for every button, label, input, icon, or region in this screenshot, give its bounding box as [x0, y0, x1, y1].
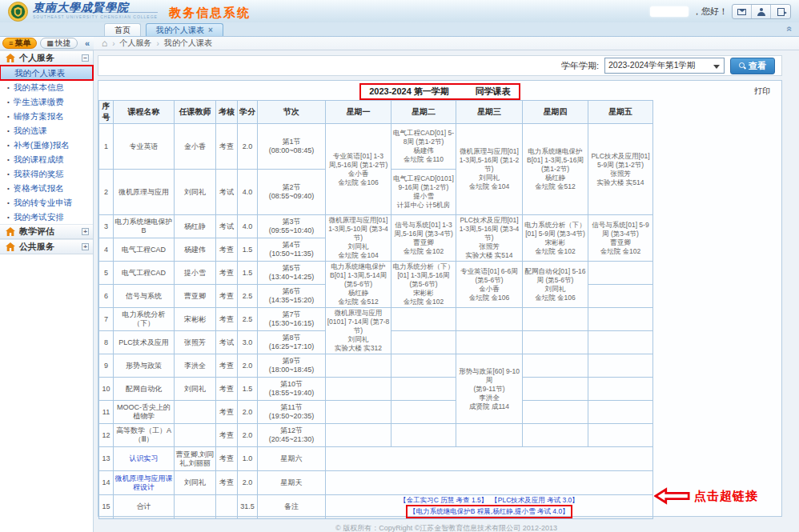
home-icon[interactable]: ⌂ [102, 38, 107, 49]
greeting-text: ，您好！ [693, 6, 728, 18]
schedule-cell [391, 354, 456, 378]
mail-icon [737, 9, 746, 15]
schedule-cell: 信号与系统[01] 5-9周 (第3-4节) 曹亚卿 金坛院 金102 [588, 215, 653, 262]
schedule-cell: 考查 [216, 124, 238, 170]
schedule-cell: 备注 [258, 495, 326, 519]
annotation-hint: 点击超链接 [694, 489, 758, 504]
schedule-row: 1专业英语金小香考查2.0第1节 (08:00~08:45)专业英语[01] 1… [99, 124, 653, 170]
user-button[interactable] [752, 5, 771, 18]
schedule-cell: 考查 [216, 378, 238, 401]
sidebar-item[interactable]: •我的转专业申请 [0, 195, 93, 210]
schedule-cell [588, 424, 653, 447]
sidebar-section-evaluation[interactable]: 教学评估 + [0, 224, 93, 239]
schedule-cell: 刘同礼 [175, 378, 216, 401]
schedule-cell: 专业英语[01] 1-3周,5-16周 (第1-2节) 金小香 金坛院 金106 [326, 124, 391, 215]
sidebar-item[interactable]: •补考(重修)报名 [0, 138, 93, 152]
schedule-column-header: 星期一 [326, 101, 391, 124]
quick-icon: ▦ [46, 38, 54, 48]
schedule-cell: 微机原理与应用 [114, 170, 175, 215]
bullet-icon: • [7, 199, 10, 206]
remark-link-highlighted[interactable]: 【电力系统继电保护B 程晨,杨红静,提小雪 考试 4.0】 [406, 505, 572, 518]
schedule-cell [391, 424, 456, 447]
course-link[interactable]: 微机原理与应用课程设计 [114, 471, 175, 495]
sidebar-item[interactable]: •辅修方案报名 [0, 109, 93, 123]
bullet-icon: • [7, 185, 10, 192]
schedule-cell: 电力系统继电保护B[01] 1-3周,5-14周 (第5-6节) 杨红静 金坛院… [326, 262, 391, 308]
schedule-cell [523, 401, 588, 424]
schedule-cell: 配网自动化 [114, 378, 175, 401]
schedule-cell: 电力系统分析（下） [114, 308, 175, 331]
bullet-icon: • [7, 113, 10, 120]
schedule-cell: 第9节 (18:00~18:45) [258, 354, 326, 378]
term-select[interactable]: 2023-2024学年第1学期 [604, 58, 725, 74]
schedule-cell: 12 [99, 424, 114, 447]
schedule-cell: 1.0 [238, 447, 258, 471]
schedule-row: 7电力系统分析（下）宋彬彬考查2.5第7节 (15:30~16:15)微机原理与… [99, 308, 653, 331]
sidebar-item[interactable]: •我的选课 [0, 123, 93, 138]
sidebar-item[interactable]: •我的课程成绩 [0, 152, 93, 166]
tab-bar: 首页 我的个人课表 × « [0, 22, 799, 37]
breadcrumb-my-schedule[interactable]: 我的个人课表 [164, 38, 212, 49]
plus-icon[interactable]: + [82, 228, 89, 235]
sidebar-collapse-icon[interactable]: « [85, 38, 91, 48]
breadcrumb-personal-service[interactable]: 个人服务 [120, 38, 152, 49]
sidebar-item[interactable]: •我获得的奖惩 [0, 166, 93, 181]
sidebar-item[interactable]: •学生选课缴费 [0, 94, 93, 109]
filter-bar: 学年学期: 2023-2024学年第1学期 查看 [98, 55, 782, 76]
bullet-icon: • [7, 142, 10, 149]
schedule-cell: 8 [99, 331, 114, 354]
sidebar-item[interactable]: •资格考试报名 [0, 181, 93, 195]
schedule-cell: PLC技术及应用 [114, 331, 175, 354]
remark-link[interactable]: 【PLC技术及应用 考试 3.0】 [491, 496, 579, 504]
main-content: 学年学期: 2023-2024学年第1学期 查看 2023-2024 第一学期 … [94, 50, 799, 532]
collapse-up-icon[interactable]: « [785, 26, 796, 32]
schedule-cell [456, 424, 523, 447]
schedule-cell: PLC技术及应用[01] 5-9周 (第1-2节) 张照芳 实验大楼 实514 [588, 124, 653, 215]
schedule-cell: 2.0 [238, 354, 258, 378]
schedule-row: 12高等数学（工）A（Ⅲ）考查2.0第12节 (20:45~21:30) [99, 424, 653, 447]
schedule-cell [523, 424, 588, 447]
course-link[interactable]: 认识实习 [114, 447, 175, 471]
schedule-cell [326, 447, 653, 471]
tab-my-schedule[interactable]: 我的个人课表 × [146, 23, 223, 36]
schedule-cell: 10 [99, 378, 114, 401]
schedule-cell [523, 378, 588, 401]
schedule-row: 10配网自动化刘同礼考查1.5第10节 (18:55~19:40) [99, 378, 653, 401]
schedule-cell: 11 [99, 401, 114, 424]
quick-button[interactable]: ▦快捷 [40, 38, 78, 49]
sidebar-item[interactable]: 我的个人课表 [0, 66, 93, 80]
schedule-cell: 电力系统继电保护B [114, 215, 175, 238]
mail-button[interactable] [733, 5, 752, 18]
sidebar-section-public[interactable]: 公共服务 + [0, 239, 93, 254]
schedule-cell: 第3节 (09:55~10:40) [258, 215, 326, 238]
schedule-cell [175, 495, 216, 519]
close-icon[interactable]: × [208, 24, 213, 36]
bullet-icon: • [7, 170, 10, 178]
schedule-cell [588, 378, 653, 401]
sidebar-section-personal[interactable]: 个人服务 − [0, 50, 93, 66]
schedule-cell: PLC技术及应用[01] 1-3周,5-16周 (第3-4节) 张照芳 实验大楼… [456, 215, 523, 262]
schedule-cell: 形势与政策[60] 9-10周 (第9-11节) 李洪全 成贤院 成114 [456, 354, 523, 424]
schedule-cell: 曹亚卿,刘同礼,刘丽丽 [175, 447, 216, 471]
print-link[interactable]: 打印 [754, 86, 770, 97]
remark-link[interactable]: 【金工实习C 历慧 考查 1.5】 [400, 496, 488, 504]
plus-icon[interactable]: + [82, 243, 89, 250]
sidebar-item[interactable]: •我的考试安排 [0, 210, 93, 224]
schedule-cell: 张照芳 [175, 331, 216, 354]
schedule-cell: 电气工程CAD[01] 5-8周 (第1-2节) 杨建伟 金坛院 金110 [391, 124, 456, 170]
school-logo-icon [8, 2, 28, 22]
schedule-cell: 高等数学（工）A（Ⅲ） [114, 424, 175, 447]
schedule-column-header: 考核 [216, 101, 238, 124]
schedule-cell: 2.0 [238, 471, 258, 495]
schedule-cell [456, 308, 523, 331]
view-button[interactable]: 查看 [730, 58, 775, 74]
logout-button[interactable] [771, 5, 790, 18]
sidebar-item[interactable]: •我的基本信息 [0, 80, 93, 94]
schedule-cell: 第11节 (19:50~20:35) [258, 401, 326, 424]
schedule-cell: 杨建伟 [175, 238, 216, 262]
tab-home[interactable]: 首页 [104, 23, 141, 36]
sidebar: 个人服务 − 我的个人课表•我的基本信息•学生选课缴费•辅修方案报名•我的选课•… [0, 50, 94, 532]
minus-icon[interactable]: − [82, 54, 89, 62]
schedule-cell: 考查 [216, 401, 238, 424]
menu-button[interactable]: ≡菜单 [2, 38, 37, 49]
